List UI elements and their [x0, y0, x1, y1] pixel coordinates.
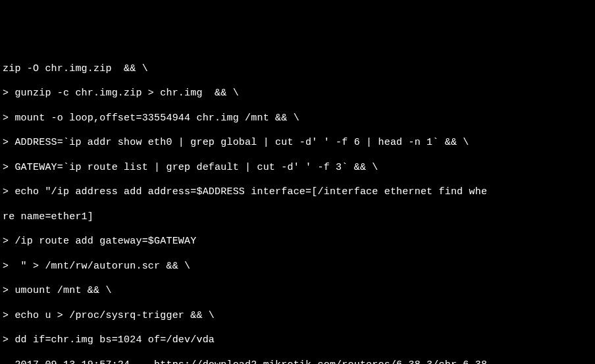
- terminal-line: > umount /mnt && \: [3, 285, 592, 298]
- terminal-line: > GATEWAY=`ip route list | grep default …: [3, 162, 592, 174]
- terminal-line: zip -O chr.img.zip && \: [3, 63, 592, 76]
- terminal-line: > ADDRESS=`ip addr show eth0 | grep glob…: [3, 137, 592, 149]
- terminal-line: > /ip route add gateway=$GATEWAY: [3, 236, 592, 248]
- terminal-line: > gunzip -c chr.img.zip > chr.img && \: [3, 88, 592, 100]
- terminal-line: --2017-09-13 19:57:24-- https://download…: [3, 359, 592, 364]
- terminal-line: > dd if=chr.img bs=1024 of=/dev/vda: [3, 334, 592, 347]
- terminal-line: > mount -o loop,offset=33554944 chr.img …: [3, 113, 592, 125]
- terminal-output: zip -O chr.img.zip && \ > gunzip -c chr.…: [3, 51, 592, 364]
- terminal-line: > echo u > /proc/sysrq-trigger && \: [3, 310, 592, 323]
- terminal-line: > " > /mnt/rw/autorun.scr && \: [3, 261, 592, 273]
- terminal-line: > echo "/ip address add address=$ADDRESS…: [3, 186, 592, 199]
- terminal-line: re name=ether1]: [3, 211, 592, 224]
